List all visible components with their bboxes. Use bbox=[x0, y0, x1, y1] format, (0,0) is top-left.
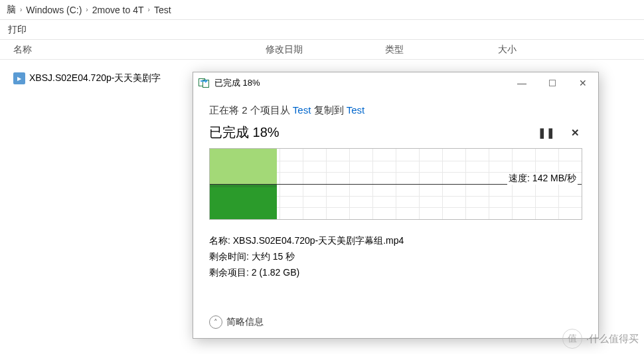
dialog-title: 已完成 18% bbox=[214, 77, 260, 89]
toolbar: 打印 bbox=[0, 20, 644, 40]
detail-name-value: XBSJ.S02E04.720p-天天美剧字幕组.mp4 bbox=[233, 235, 404, 246]
watermark: 值 ·什么值得买 bbox=[562, 329, 639, 349]
file-name: XBSJ.S02E04.720p-天天美剧字 bbox=[29, 72, 161, 84]
col-header-size[interactable]: 大小 bbox=[485, 40, 564, 59]
detail-items-label: 剩余项目: bbox=[209, 267, 249, 278]
cancel-button[interactable]: ✕ bbox=[568, 127, 582, 139]
close-button[interactable]: ✕ bbox=[568, 73, 598, 93]
pause-button[interactable]: ❚❚ bbox=[535, 127, 558, 139]
column-headers: 名称 修改日期 类型 大小 bbox=[0, 40, 644, 60]
col-header-name[interactable]: 名称 bbox=[0, 40, 252, 59]
chart-fill-lower bbox=[210, 184, 277, 219]
crumb-2[interactable]: 2move to 4T bbox=[88, 5, 148, 15]
watermark-text: ·什么值得买 bbox=[586, 333, 639, 345]
print-button[interactable]: 打印 bbox=[4, 24, 31, 36]
detail-items-value: 2 (1.82 GB) bbox=[252, 267, 299, 278]
speed-label: 速度: 142 MB/秒 bbox=[507, 173, 578, 185]
detail-time-value: 大约 15 秒 bbox=[252, 251, 295, 262]
maximize-button[interactable] bbox=[537, 73, 568, 93]
copy-details: 名称: XBSJ.S02E04.720p-天天美剧字幕组.mp4 剩余时间: 大… bbox=[209, 233, 582, 280]
chart-fill-upper bbox=[210, 149, 277, 184]
video-file-icon bbox=[13, 72, 25, 84]
chart-wave bbox=[210, 185, 277, 187]
watermark-badge-icon: 值 bbox=[562, 329, 582, 349]
source-link[interactable]: Test bbox=[293, 104, 311, 116]
detail-time-label: 剩余时间: bbox=[209, 251, 249, 262]
crumb-3[interactable]: Test bbox=[150, 5, 175, 15]
speed-chart: 速度: 142 MB/秒 bbox=[209, 148, 582, 220]
col-header-type[interactable]: 类型 bbox=[372, 40, 485, 59]
copy-progress-dialog: 已完成 18% — ✕ 正在将 2 个项目从 Test 复制到 Test 已完成… bbox=[193, 72, 599, 339]
crumb-0[interactable]: 脑 bbox=[3, 4, 20, 16]
copy-description: 正在将 2 个项目从 Test 复制到 Test bbox=[209, 104, 582, 117]
col-header-date[interactable]: 修改日期 bbox=[252, 40, 372, 59]
chevron-up-icon: ˄ bbox=[209, 315, 222, 329]
breadcrumb[interactable]: 脑 › Windows (C:) › 2move to 4T › Test bbox=[0, 0, 644, 20]
minimize-button[interactable]: — bbox=[507, 73, 537, 93]
dest-link[interactable]: Test bbox=[347, 104, 365, 116]
toggle-details-button[interactable]: ˄ 简略信息 bbox=[209, 315, 264, 329]
crumb-1[interactable]: Windows (C:) bbox=[22, 5, 86, 15]
copy-icon bbox=[199, 78, 210, 88]
progress-text: 已完成 18% bbox=[209, 124, 280, 141]
titlebar[interactable]: 已完成 18% — ✕ bbox=[193, 72, 598, 94]
detail-name-label: 名称: bbox=[209, 235, 230, 246]
toggle-details-label: 简略信息 bbox=[226, 316, 264, 328]
